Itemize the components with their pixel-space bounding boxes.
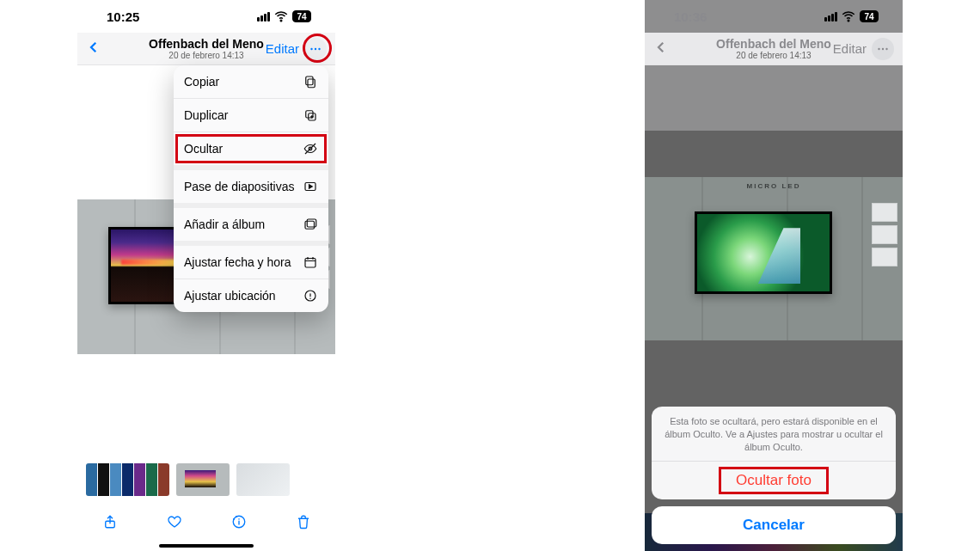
add-album-icon	[303, 217, 318, 232]
nav-bar: Offenbach del Meno 20 de febrero 14:13 E…	[77, 33, 335, 65]
duplicate-icon	[303, 107, 318, 123]
cellular-icon	[824, 12, 837, 21]
thumbnail-scrubber[interactable]	[77, 462, 335, 498]
svg-point-18	[882, 47, 884, 49]
svg-point-17	[878, 47, 879, 49]
share-button[interactable]	[93, 514, 127, 530]
svg-point-1	[310, 47, 312, 49]
bottom-toolbar	[77, 505, 335, 539]
copy-icon	[303, 74, 318, 89]
action-sheet: Esta foto se ocultará, pero estará dispo…	[652, 407, 896, 544]
svg-rect-13	[307, 219, 316, 227]
adjust-location-icon	[303, 288, 318, 303]
status-time: 10:25	[107, 9, 139, 24]
wifi-icon	[841, 9, 856, 24]
svg-rect-12	[305, 221, 315, 229]
menu-slideshow[interactable]: Pase de diapositivas	[174, 170, 328, 208]
photo-content: MICRO LED	[645, 177, 903, 340]
menu-adjust-date[interactable]: Ajustar fecha y hora	[174, 246, 328, 279]
menu-duplicate[interactable]: Duplicar	[174, 99, 328, 132]
thumbnail-current[interactable]	[176, 463, 230, 496]
svg-rect-14	[305, 259, 315, 268]
svg-point-3	[318, 47, 320, 49]
home-indicator[interactable]	[159, 544, 254, 548]
thumbnail-next[interactable]	[236, 463, 290, 496]
menu-adjust-location[interactable]: Ajustar ubicación	[174, 279, 328, 312]
back-button[interactable]	[653, 38, 671, 60]
adjust-date-icon	[303, 254, 318, 270]
menu-label: Duplicar	[184, 108, 228, 122]
tv-in-photo	[695, 211, 832, 294]
cancel-button[interactable]: Cancelar	[652, 506, 896, 544]
svg-point-16	[848, 20, 849, 21]
svg-rect-7	[306, 77, 313, 85]
photo-viewer: MICRO LED Esta foto se ocultará, pero es…	[645, 65, 903, 551]
microled-label: MICRO LED	[747, 182, 801, 190]
status-time: 10:36	[674, 9, 707, 24]
more-button[interactable]	[304, 38, 327, 60]
context-menu: Copiar Duplicar Ocultar Pase de diaposit…	[174, 65, 328, 312]
sheet-action-label: Ocultar foto	[736, 472, 812, 488]
svg-rect-6	[308, 79, 315, 88]
status-bar: 10:25 74	[77, 0, 335, 33]
status-bar: 10:36 74	[645, 0, 903, 33]
battery-icon: 74	[860, 10, 879, 22]
trash-button[interactable]	[286, 514, 321, 530]
hide-icon	[303, 141, 318, 156]
status-indicators: 74	[824, 9, 879, 24]
info-button[interactable]	[222, 514, 256, 530]
menu-hide[interactable]: Ocultar	[174, 132, 328, 170]
thumbnail-group[interactable]	[86, 463, 169, 496]
svg-point-2	[315, 47, 316, 49]
hide-photo-button[interactable]: Ocultar foto	[652, 462, 896, 499]
battery-icon: 74	[292, 10, 311, 22]
menu-label: Copiar	[184, 75, 219, 89]
favorite-button[interactable]	[157, 514, 192, 530]
menu-add-album[interactable]: Añadir a álbum	[174, 208, 328, 246]
menu-label: Ajustar ubicación	[184, 289, 276, 303]
slideshow-icon	[303, 179, 318, 194]
screenshot-right: 10:36 74 Offenbach del Meno 20 de febrer…	[645, 0, 903, 551]
sheet-cancel-label: Cancelar	[743, 517, 805, 533]
menu-label: Ocultar	[184, 142, 223, 156]
sheet-message: Esta foto se ocultará, pero estará dispo…	[652, 407, 896, 461]
edit-button[interactable]: Editar	[266, 41, 299, 56]
svg-point-19	[885, 47, 887, 49]
wifi-icon	[273, 9, 289, 24]
menu-label: Añadir a álbum	[184, 217, 265, 231]
status-indicators: 74	[257, 9, 311, 24]
menu-label: Ajustar fecha y hora	[184, 255, 291, 269]
menu-label: Pase de diapositivas	[184, 180, 294, 193]
menu-copy[interactable]: Copiar	[174, 65, 328, 99]
cellular-icon	[257, 12, 270, 21]
svg-point-0	[280, 20, 282, 21]
more-button[interactable]	[872, 38, 894, 60]
nav-bar: Offenbach del Meno 20 de febrero 14:13 E…	[645, 33, 903, 65]
edit-button[interactable]: Editar	[833, 41, 867, 56]
back-button[interactable]	[86, 38, 103, 60]
screenshot-left: 10:25 74 Offenbach del Meno 20 de febrer…	[77, 0, 335, 551]
